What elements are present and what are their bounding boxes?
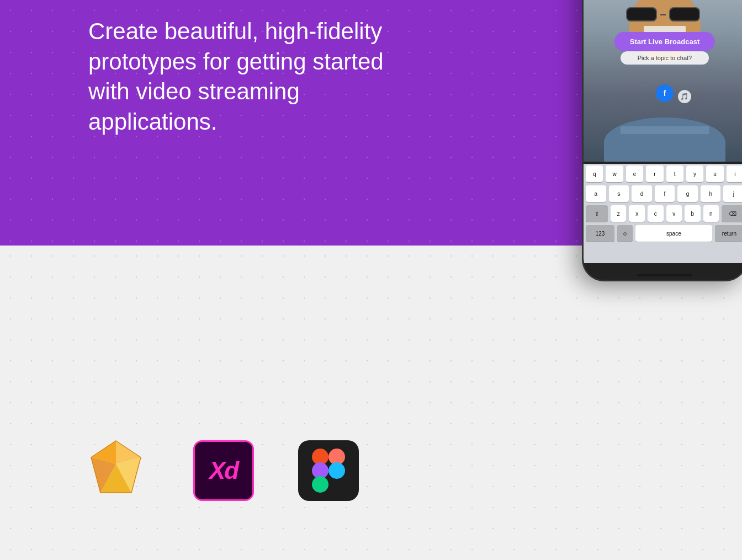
key-delete[interactable]: ⌫: [722, 205, 742, 222]
topic-text: Pick a topic to chat?: [638, 55, 692, 61]
svg-point-12: [328, 462, 345, 479]
key-x[interactable]: x: [629, 205, 645, 222]
phone-main: 9:41: [582, 0, 742, 281]
key-d[interactable]: d: [632, 185, 652, 202]
key-r[interactable]: r: [646, 166, 663, 182]
phone-screen: 9:41: [584, 0, 742, 280]
key-j[interactable]: j: [723, 185, 742, 202]
reaction-icon: 🎵: [678, 90, 691, 103]
keyboard-row-2: a s d f g h j: [584, 184, 742, 204]
keyboard-row-3: ⇧ z x c v b n ⌫: [584, 204, 742, 223]
key-return[interactable]: return: [715, 225, 742, 242]
photo-background: [584, 0, 742, 162]
key-123[interactable]: 123: [586, 225, 614, 242]
fb-f-letter: f: [664, 89, 666, 98]
topic-chat-bubble: Pick a topic to chat?: [621, 51, 709, 65]
key-v[interactable]: v: [666, 205, 682, 222]
facebook-like-icon[interactable]: f: [656, 84, 674, 102]
hero-text-block: Create beautiful, high-fidelity prototyp…: [88, 17, 398, 137]
key-u[interactable]: u: [706, 166, 723, 182]
key-shift[interactable]: ⇧: [586, 205, 608, 222]
svg-rect-11: [312, 476, 328, 493]
key-b[interactable]: b: [685, 205, 701, 222]
photo-area: Pick a topic to chat? f 🎵 Start Live Bro…: [584, 0, 742, 162]
key-w[interactable]: w: [606, 166, 623, 182]
key-a[interactable]: a: [586, 185, 606, 202]
key-space[interactable]: space: [635, 225, 712, 242]
sketch-icon: [83, 436, 149, 505]
phones-area: Russell Howell 16 Proven Techn... elp Yo…: [560, 0, 742, 406]
keyboard-row-4: 123 ☺ space return: [584, 223, 742, 243]
key-c[interactable]: c: [648, 205, 664, 222]
key-s[interactable]: s: [609, 185, 629, 202]
keyboard: q w e r t y u i a s d f g h j: [584, 164, 742, 263]
key-h[interactable]: h: [701, 185, 721, 202]
xd-label: Xd: [209, 457, 238, 484]
hero-heading: Create beautiful, high-fidelity prototyp…: [88, 17, 398, 137]
home-indicator: [637, 274, 692, 276]
key-e[interactable]: e: [626, 166, 643, 182]
app-icons-row: Xd: [83, 436, 359, 505]
figma-icon: [298, 440, 359, 501]
key-q[interactable]: q: [586, 166, 603, 182]
key-t[interactable]: t: [666, 166, 683, 182]
key-n[interactable]: n: [703, 205, 719, 222]
keyboard-row-1: q w e r t y u i: [584, 164, 742, 184]
key-z[interactable]: z: [611, 205, 627, 222]
live-btn-label: Start Live Broadcast: [630, 38, 699, 46]
adobe-xd-icon: Xd: [193, 440, 254, 501]
key-g[interactable]: g: [677, 185, 698, 202]
key-i[interactable]: i: [727, 166, 742, 182]
start-live-broadcast-button[interactable]: Start Live Broadcast: [614, 32, 715, 51]
key-f[interactable]: f: [655, 185, 675, 202]
key-emoji[interactable]: ☺: [617, 225, 633, 242]
key-y[interactable]: y: [686, 166, 703, 182]
